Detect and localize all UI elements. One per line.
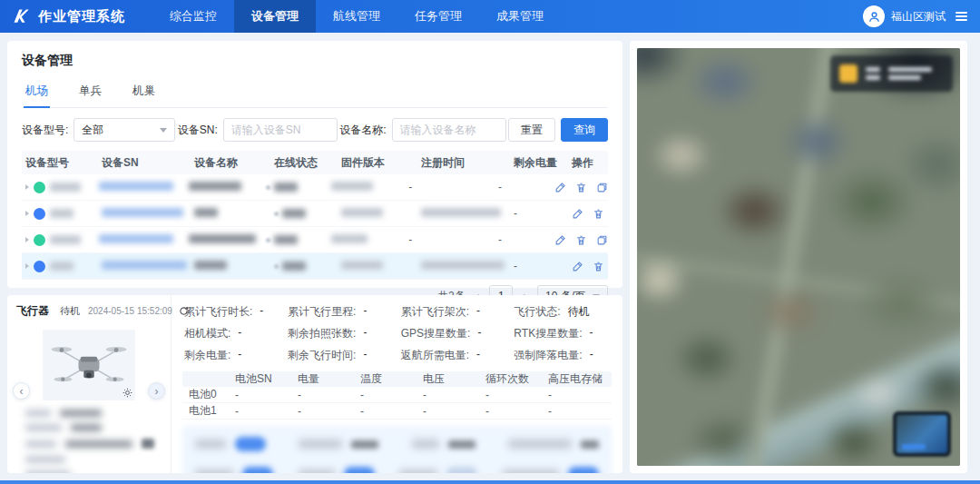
device-sn-input[interactable] xyxy=(223,118,338,142)
expand-icon[interactable] xyxy=(25,211,29,216)
toggle-switch[interactable] xyxy=(235,437,266,451)
edit-icon[interactable] xyxy=(554,182,566,193)
redacted-text xyxy=(448,440,475,449)
table-row[interactable]: - xyxy=(22,201,608,227)
device-table-header: 设备型号 设备SN 设备名称 在线状态 固件版本 注册时间 剩余电量 操作 xyxy=(22,151,608,174)
navbar-right: 福山区测试 xyxy=(863,5,967,27)
aircraft-panel: 飞行器 待机 2024-05-15 15:52:09 xyxy=(7,295,622,473)
aircraft-details-redacted xyxy=(16,410,162,473)
table-row[interactable]: - - xyxy=(22,227,608,253)
battery-col-voltage: 电压 xyxy=(421,371,484,387)
redacted-text xyxy=(421,208,501,217)
hamburger-menu-icon[interactable] xyxy=(956,12,967,21)
battery-value: - xyxy=(498,181,554,193)
settings-gear-icon[interactable] xyxy=(122,388,132,398)
filter-name: 设备名称: xyxy=(339,118,505,142)
battery-value: - xyxy=(498,233,554,246)
firmware-upgrade-icon[interactable] xyxy=(596,182,608,193)
firmware-upgrade-icon[interactable] xyxy=(596,234,608,246)
redacted-text xyxy=(50,235,81,244)
map-satellite-view[interactable] xyxy=(637,48,960,466)
filter-actions: 重置 查询 xyxy=(508,118,608,142)
menu-item-results[interactable]: 成果管理 xyxy=(479,0,561,33)
toggle-switch[interactable] xyxy=(568,467,599,473)
delete-icon[interactable] xyxy=(593,208,604,220)
reset-button[interactable]: 重置 xyxy=(508,118,555,142)
delete-icon[interactable] xyxy=(593,261,604,272)
toggle-switch[interactable] xyxy=(344,467,375,473)
user-name[interactable]: 福山区测试 xyxy=(891,9,946,25)
stat-flight-mileage: 累计飞行里程:- xyxy=(288,304,401,320)
edit-icon[interactable] xyxy=(572,208,583,220)
redacted-text xyxy=(888,67,932,80)
aircraft-status: 待机 xyxy=(60,304,80,318)
expand-icon[interactable] xyxy=(25,237,29,242)
expand-icon[interactable] xyxy=(25,184,29,190)
edit-icon[interactable] xyxy=(572,261,583,272)
device-model-select[interactable]: 全部 xyxy=(74,118,175,142)
carousel-next-icon[interactable]: › xyxy=(148,382,165,400)
redacted-text xyxy=(282,262,306,271)
redacted-text xyxy=(341,208,383,217)
redacted-text xyxy=(50,262,74,271)
stat-rtk-satellites: RTK搜星数量:- xyxy=(514,326,610,341)
aircraft-title: 飞行器 xyxy=(16,303,49,319)
redacted-text xyxy=(282,209,306,218)
redacted-text xyxy=(331,234,368,243)
device-status-badge xyxy=(34,208,45,220)
drone-image xyxy=(43,330,135,400)
redacted-text xyxy=(71,424,102,431)
expand-icon[interactable] xyxy=(25,263,29,269)
redacted-text xyxy=(399,469,437,473)
menu-item-routes[interactable]: 航线管理 xyxy=(316,0,397,33)
stat-forced-landing-battery: 强制降落电量:- xyxy=(514,348,610,363)
device-name-input[interactable] xyxy=(392,118,506,142)
device-model-selected-value: 全部 xyxy=(82,123,103,138)
stat-flight-status: 飞行状态:待机 xyxy=(514,304,610,320)
map-panel xyxy=(630,41,967,473)
redacted-sn-link[interactable] xyxy=(102,261,187,270)
redacted-sn-link[interactable] xyxy=(102,208,183,217)
delete-icon[interactable] xyxy=(575,234,587,246)
battery-table-header: 电池SN 电量 温度 电压 循环次数 高压电存储 xyxy=(182,371,612,387)
redacted-sn-link[interactable] xyxy=(99,234,173,243)
redacted-text xyxy=(25,410,51,417)
map-status-overlay[interactable] xyxy=(830,55,953,92)
refresh-icon[interactable] xyxy=(179,306,189,316)
stat-remaining-battery: 剩余电量:- xyxy=(184,348,288,363)
toggle-switch[interactable] xyxy=(446,467,477,473)
device-status-badge xyxy=(34,182,45,193)
menu-item-monitoring[interactable]: 综合监控 xyxy=(152,0,234,33)
redacted-text xyxy=(189,182,241,191)
device-status-badge xyxy=(34,261,45,272)
app-title: 作业管理系统 xyxy=(38,8,125,25)
online-status-dot xyxy=(274,212,279,216)
redacted-text xyxy=(60,410,102,417)
col-header-battery: 剩余电量 xyxy=(514,155,572,171)
bottom-accent-bar xyxy=(0,480,980,484)
left-column: 设备管理 机场 单兵 机巢 设备型号: 全部 设备SN: xyxy=(7,41,622,473)
tab-nest[interactable]: 机巢 xyxy=(131,79,157,107)
carousel-prev-icon[interactable]: ‹ xyxy=(13,382,30,400)
tab-dock[interactable]: 机场 xyxy=(24,79,50,108)
query-button[interactable]: 查询 xyxy=(561,118,608,142)
map-layer-thumbnail[interactable] xyxy=(893,411,951,457)
redacted-sn-link[interactable] xyxy=(99,182,173,191)
satellite-imagery xyxy=(637,48,960,466)
table-row-selected[interactable]: - xyxy=(22,253,608,280)
redacted-text xyxy=(351,440,378,449)
aircraft-timestamp: 2024-05-15 15:52:09 xyxy=(88,306,172,316)
redacted-text xyxy=(50,183,81,192)
redacted-text xyxy=(194,208,218,217)
redacted-text xyxy=(331,182,373,191)
menu-item-tasks[interactable]: 任务管理 xyxy=(397,0,479,33)
tab-individual[interactable]: 单兵 xyxy=(77,79,103,107)
edit-icon[interactable] xyxy=(554,234,566,246)
table-row[interactable]: - - xyxy=(22,174,608,201)
filter-sn: 设备SN: xyxy=(178,118,338,142)
redacted-text xyxy=(581,440,599,449)
user-avatar[interactable] xyxy=(863,5,885,27)
menu-item-devices[interactable]: 设备管理 xyxy=(234,0,316,33)
toggle-switch[interactable] xyxy=(242,467,273,473)
delete-icon[interactable] xyxy=(575,182,587,193)
